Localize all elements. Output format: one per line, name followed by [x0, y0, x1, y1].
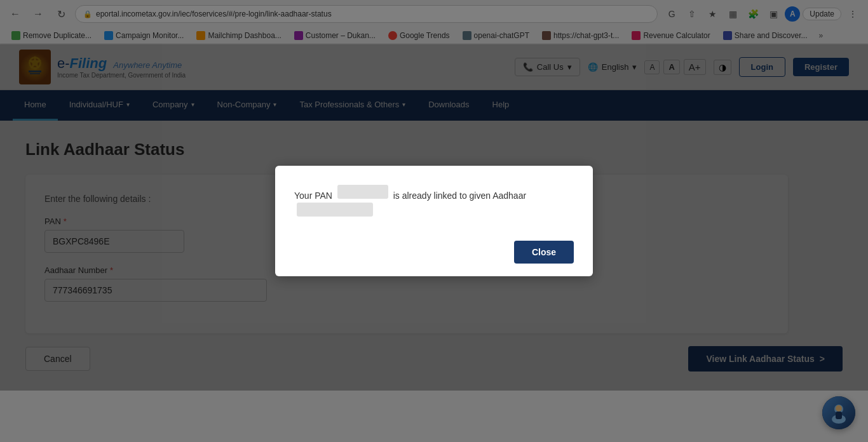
modal-footer: Close	[275, 233, 593, 276]
modal-message-before-pan: Your PAN	[294, 191, 332, 201]
modal-close-button[interactable]: Close	[514, 241, 574, 264]
modal-pan-masked-value	[337, 185, 388, 199]
modal-overlay: Your PAN is already linked to given Aadh…	[0, 0, 868, 442]
modal-message-after-pan: is already linked to given Aadhaar	[393, 191, 526, 201]
modal-box: Your PAN is already linked to given Aadh…	[275, 166, 593, 276]
modal-aadhaar-masked-value	[297, 203, 373, 217]
modal-body: Your PAN is already linked to given Aadh…	[275, 166, 593, 233]
